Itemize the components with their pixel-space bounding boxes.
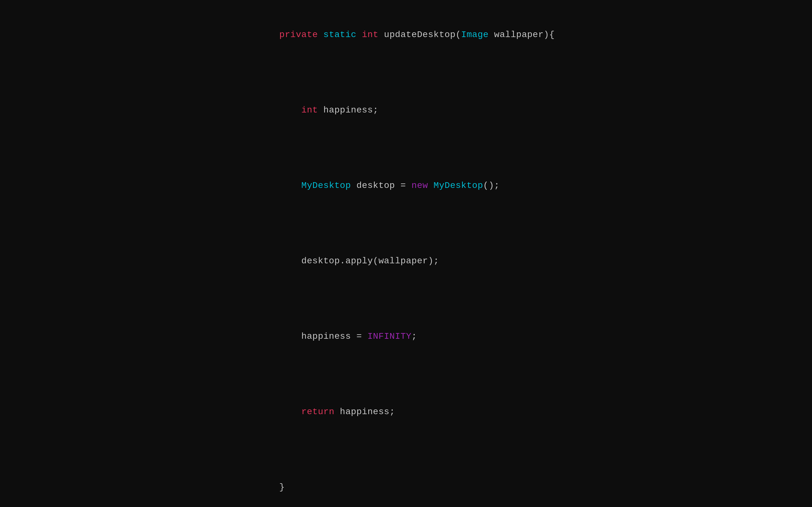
- code-line-6: return happiness;: [257, 389, 555, 435]
- code-block: private static int updateDesktop(Image w…: [257, 0, 555, 507]
- keyword-int-decl: int: [301, 105, 318, 115]
- keyword-return: return: [301, 407, 334, 417]
- type-mydesktop-1: MyDesktop: [301, 181, 351, 190]
- code-line-3: MyDesktop desktop = new MyDesktop();: [257, 163, 555, 208]
- type-mydesktop-2: MyDesktop: [434, 181, 483, 190]
- type-image: Image: [461, 30, 489, 40]
- keyword-int-return: int: [362, 30, 378, 40]
- const-infinity: INFINITY: [367, 331, 411, 341]
- code-line-7: }: [257, 464, 555, 507]
- code-line-2: int happiness;: [257, 88, 555, 133]
- keyword-static: static: [323, 30, 357, 40]
- keyword-new: new: [411, 181, 428, 190]
- code-line-5: happiness = INFINITY;: [257, 314, 555, 359]
- code-line-4: desktop.apply(wallpaper);: [257, 238, 555, 284]
- keyword-private: private: [280, 30, 318, 40]
- code-line-1: private static int updateDesktop(Image w…: [257, 12, 555, 58]
- closing-brace: }: [280, 482, 285, 492]
